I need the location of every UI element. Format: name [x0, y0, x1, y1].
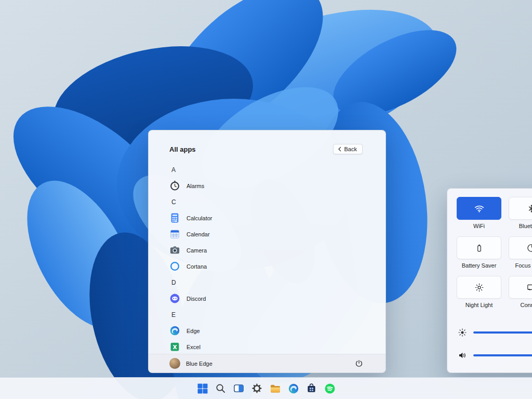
- file-explorer-button[interactable]: [267, 380, 284, 397]
- spotify-icon: [324, 383, 336, 394]
- search-button[interactable]: [212, 380, 229, 397]
- app-label: Calculator: [187, 215, 212, 221]
- edge-icon: [288, 383, 299, 394]
- all-apps-list: A Alarms C: [149, 157, 385, 354]
- discord-icon: [169, 293, 180, 304]
- app-label: Calendar: [187, 231, 210, 237]
- night-light-group: Night Light: [457, 276, 501, 308]
- connect-tile[interactable]: [509, 276, 532, 299]
- start-menu-header: All apps Back: [149, 130, 385, 157]
- start-menu-footer: Blue Edge: [149, 354, 385, 373]
- tile-label: Night Light: [457, 302, 501, 308]
- quick-settings-panel: WiFi Bluetooth Battery Saver: [447, 188, 532, 373]
- wifi-group: WiFi: [457, 197, 501, 229]
- app-label: Edge: [187, 328, 200, 334]
- search-icon: [215, 383, 226, 394]
- brightness-row: [457, 327, 532, 338]
- edge-button[interactable]: [285, 380, 302, 397]
- svg-text:X: X: [172, 344, 177, 350]
- power-icon: [354, 359, 364, 368]
- section-letter-e[interactable]: E: [169, 307, 365, 323]
- connect-icon: [526, 283, 532, 292]
- app-item-camera[interactable]: Camera: [169, 242, 365, 258]
- app-label: Alarms: [187, 183, 204, 189]
- app-item-edge[interactable]: Edge: [169, 323, 365, 339]
- avatar: [169, 358, 180, 369]
- volume-row: [457, 350, 532, 361]
- bluetooth-group: Bluetooth: [509, 197, 532, 229]
- taskbar: [0, 377, 532, 399]
- calculator-icon: [169, 212, 180, 223]
- start-menu-all-apps: All apps Back A Alarms C: [148, 130, 386, 373]
- back-button[interactable]: Back: [333, 144, 363, 154]
- tile-label: Bluetooth: [509, 223, 532, 229]
- app-item-cortana[interactable]: Cortana: [169, 258, 365, 274]
- wifi-tile[interactable]: [457, 197, 501, 220]
- edge-icon: [169, 325, 180, 336]
- connect-group: Connect: [509, 276, 532, 308]
- task-view-icon: [233, 383, 244, 394]
- spotify-button[interactable]: [322, 380, 338, 397]
- app-label: Cortana: [187, 263, 207, 270]
- focus-assist-group: Focus assist: [509, 236, 532, 269]
- brightness-icon: [457, 327, 468, 338]
- user-button[interactable]: Blue Edge: [169, 358, 212, 369]
- app-label: Discord: [187, 296, 206, 302]
- tile-label: Focus assist: [509, 262, 532, 269]
- task-view-button[interactable]: [231, 380, 247, 397]
- camera-icon: [169, 245, 180, 256]
- section-letter-c[interactable]: C: [169, 194, 365, 210]
- app-item-alarms[interactable]: Alarms: [169, 178, 365, 194]
- app-label: Camera: [187, 247, 207, 254]
- alarms-icon: [169, 180, 180, 191]
- bluetooth-icon: [526, 204, 532, 214]
- app-item-excel[interactable]: X Excel: [169, 339, 365, 354]
- brightness-slider[interactable]: [473, 331, 532, 334]
- app-item-calculator[interactable]: Calculator: [169, 210, 365, 226]
- app-item-calendar[interactable]: Calendar: [169, 226, 365, 242]
- tile-label: Connect: [509, 302, 532, 308]
- battery-icon: [474, 243, 484, 253]
- calendar-icon: [169, 229, 180, 240]
- quick-settings-grid: WiFi Bluetooth Battery Saver: [457, 197, 532, 308]
- wifi-icon: [474, 203, 485, 214]
- chevron-left-icon: [338, 147, 342, 152]
- bluetooth-tile[interactable]: [509, 197, 532, 220]
- section-letter-a[interactable]: A: [169, 162, 365, 178]
- power-button[interactable]: [352, 357, 366, 370]
- page-title: All apps: [169, 145, 196, 153]
- store-button[interactable]: [303, 380, 320, 397]
- battery-saver-group: Battery Saver: [457, 236, 501, 269]
- moon-icon: [526, 243, 532, 253]
- tile-label: Battery Saver: [457, 262, 501, 269]
- battery-saver-tile[interactable]: [457, 236, 501, 259]
- start-button[interactable]: [194, 380, 211, 397]
- night-light-tile[interactable]: [457, 276, 501, 299]
- excel-icon: X: [169, 341, 180, 352]
- folder-icon: [270, 383, 281, 394]
- volume-icon: [457, 350, 468, 361]
- app-item-discord[interactable]: Discord: [169, 290, 365, 307]
- section-letter-d[interactable]: D: [169, 274, 365, 290]
- gear-icon: [251, 383, 262, 394]
- focus-assist-tile[interactable]: [509, 236, 532, 259]
- microsoft-store-icon: [306, 383, 317, 394]
- volume-slider[interactable]: [473, 354, 532, 356]
- cortana-icon: [169, 261, 180, 272]
- tile-label: WiFi: [457, 223, 501, 229]
- sun-icon: [474, 283, 484, 292]
- app-label: Excel: [187, 344, 201, 350]
- back-label: Back: [344, 146, 357, 152]
- windows-start-icon: [197, 383, 208, 394]
- user-name: Blue Edge: [186, 361, 212, 367]
- settings-button[interactable]: [249, 380, 265, 397]
